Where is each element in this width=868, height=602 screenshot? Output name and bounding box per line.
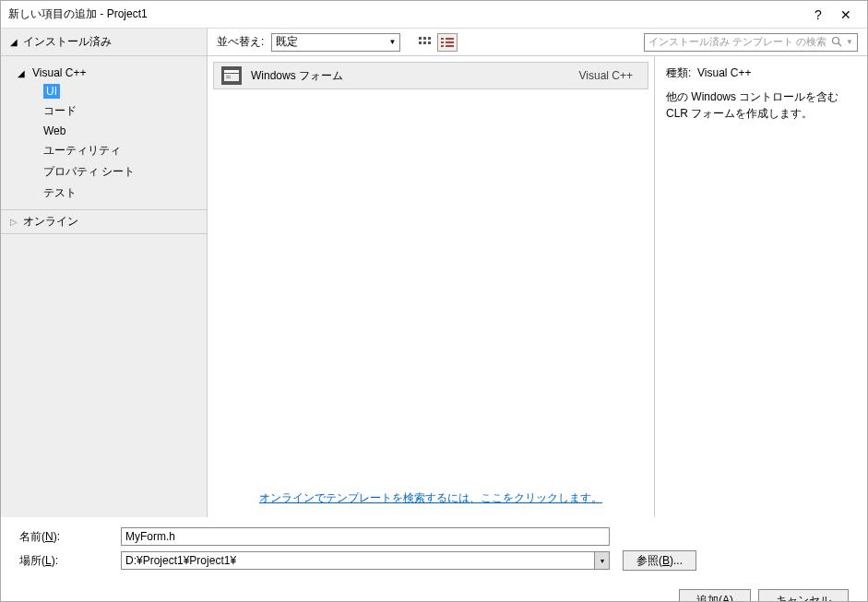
- details-panel: 種類: Visual C++ 他の Windows コントロールを含む CLR …: [655, 56, 867, 517]
- tree-node-test[interactable]: テスト: [1, 183, 207, 204]
- template-item-name: Windows フォーム: [251, 68, 579, 84]
- svg-rect-10: [441, 45, 444, 47]
- tree-node-property-sheet[interactable]: プロパティ シート: [1, 161, 207, 183]
- svg-point-12: [833, 37, 839, 43]
- installed-tab-header[interactable]: ◢ インストール済み: [1, 29, 208, 55]
- svg-rect-15: [224, 70, 239, 73]
- chevron-down-icon: ◢: [10, 37, 18, 47]
- window-title: 新しい項目の追加 - Project1: [8, 6, 804, 22]
- online-search-link-wrap: オンラインでテンプレートを検索するには、ここをクリックします。: [208, 479, 654, 517]
- svg-rect-11: [446, 45, 454, 47]
- svg-line-13: [838, 43, 841, 46]
- view-list-button[interactable]: [437, 33, 458, 52]
- template-item-language: Visual C++: [579, 69, 633, 82]
- form-icon: [221, 66, 242, 85]
- search-icon: [831, 36, 842, 49]
- form-area: 名前(N): 場所(L): D:¥Project1¥Project1¥ ▾ 参照…: [1, 517, 867, 580]
- svg-rect-5: [428, 41, 431, 44]
- description: 他の Windows コントロールを含む CLR フォームを作成します。: [666, 89, 856, 122]
- sidebar: ◢Visual C++ UI コード Web ユーティリティ プロパティ シート…: [1, 56, 208, 517]
- tree-node-online[interactable]: ▷オンライン: [1, 209, 207, 234]
- name-input[interactable]: [121, 527, 610, 546]
- tree-node-code[interactable]: コード: [1, 100, 207, 122]
- svg-rect-2: [428, 37, 431, 40]
- template-item-windows-form[interactable]: Windows フォーム Visual C++: [213, 62, 648, 89]
- sort-value: 既定: [276, 34, 298, 50]
- sort-label: 並べ替え:: [217, 34, 264, 50]
- search-placeholder: インストール済み テンプレート の検索 (Ctrl+E: [648, 35, 827, 49]
- list-icon: [441, 37, 454, 48]
- chevron-right-icon: ▷: [10, 217, 18, 227]
- name-row: 名前(N):: [19, 525, 849, 549]
- svg-rect-1: [423, 37, 426, 40]
- sort-dropdown[interactable]: 既定 ▼: [271, 33, 400, 52]
- svg-rect-9: [446, 41, 454, 43]
- browse-button[interactable]: 参照(B)...: [623, 550, 696, 571]
- tree-node-ui[interactable]: UI: [1, 82, 207, 100]
- location-row: 場所(L): D:¥Project1¥Project1¥ ▾ 参照(B)...: [19, 549, 849, 572]
- close-button[interactable]: ✕: [832, 7, 860, 22]
- location-value: D:¥Project1¥Project1¥: [125, 554, 236, 567]
- chevron-down-icon: ▾: [594, 552, 609, 569]
- location-input[interactable]: D:¥Project1¥Project1¥ ▾: [121, 551, 610, 570]
- view-mode-buttons: [415, 33, 458, 52]
- svg-rect-4: [423, 41, 426, 44]
- name-label: 名前(N):: [19, 529, 121, 545]
- footer: 追加(A) キャンセル: [1, 580, 867, 602]
- type-value: Visual C++: [697, 66, 751, 79]
- tree-node-web[interactable]: Web: [1, 122, 207, 140]
- svg-rect-0: [419, 37, 422, 40]
- dialog-body: ◢Visual C++ UI コード Web ユーティリティ プロパティ シート…: [1, 56, 867, 517]
- tree-node-utility[interactable]: ユーティリティ: [1, 140, 207, 161]
- chevron-down-icon: ◢: [18, 68, 27, 78]
- chevron-down-icon: ▼: [846, 38, 853, 46]
- svg-rect-3: [419, 41, 422, 44]
- svg-rect-7: [446, 38, 454, 40]
- chevron-down-icon: ▼: [388, 38, 396, 46]
- toolbar: ◢ インストール済み 並べ替え: 既定 ▼ インストール済み テンプレート の検…: [1, 29, 867, 56]
- template-list-panel: Windows フォーム Visual C++ オンラインでテンプレートを検索す…: [208, 56, 655, 517]
- location-label: 場所(L):: [19, 553, 121, 569]
- svg-rect-6: [441, 38, 444, 40]
- titlebar: 新しい項目の追加 - Project1 ? ✕: [1, 1, 867, 29]
- grid-icon: [419, 37, 432, 48]
- svg-rect-18: [226, 77, 231, 78]
- add-button[interactable]: 追加(A): [679, 589, 751, 602]
- help-button[interactable]: ?: [804, 7, 832, 22]
- type-label: 種類:: [666, 66, 691, 79]
- svg-rect-8: [441, 41, 444, 43]
- search-input[interactable]: インストール済み テンプレート の検索 (Ctrl+E ▼: [644, 33, 858, 52]
- installed-tab-label: インストール済み: [23, 34, 112, 50]
- toolbar-right: 並べ替え: 既定 ▼ インストール済み テンプレート の検索 (Ctrl+E ▼: [208, 29, 867, 55]
- view-grid-button[interactable]: [415, 33, 435, 52]
- tree-node-visual-cpp[interactable]: ◢Visual C++: [1, 64, 207, 82]
- type-row: 種類: Visual C++: [666, 65, 856, 81]
- online-search-link[interactable]: オンラインでテンプレートを検索するには、ここをクリックします。: [259, 491, 602, 504]
- svg-rect-17: [226, 76, 231, 77]
- template-list: Windows フォーム Visual C++: [208, 56, 654, 479]
- cancel-button[interactable]: キャンセル: [758, 589, 849, 602]
